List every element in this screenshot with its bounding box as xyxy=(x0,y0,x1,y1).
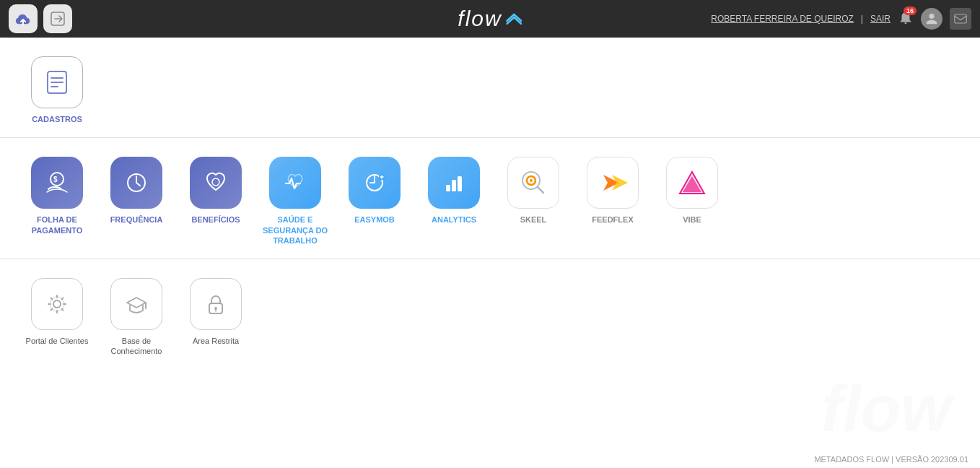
skeel-label: SKEEL xyxy=(520,214,547,225)
app-skeel[interactable]: SKEEL xyxy=(494,151,573,251)
logo-text: flow xyxy=(458,6,502,31)
app-folha[interactable]: $ FOLHA DEPAGAMENTO xyxy=(17,151,97,251)
notification-badge: 16 xyxy=(904,6,916,15)
vibe-icon xyxy=(666,157,718,209)
portal-icon xyxy=(31,278,83,330)
app-vibe[interactable]: VIBE xyxy=(652,151,732,251)
logo-arrow-icon xyxy=(507,13,522,25)
portal-label: Portal de Clientes xyxy=(26,336,89,346)
feedflex-label: FEEDFLEX xyxy=(592,214,633,225)
easymob-label: EASYMOB xyxy=(354,214,395,225)
section-main-apps: $ FOLHA DEPAGAMENTO FREQUÊNCIA xyxy=(0,138,980,259)
exit-icon-button[interactable] xyxy=(43,4,72,33)
beneficios-icon xyxy=(190,157,242,209)
analytics-label: ANALYTICS xyxy=(432,214,476,225)
app-frequencia[interactable]: FREQUÊNCIA xyxy=(97,151,176,251)
vibe-label: VIBE xyxy=(683,214,701,225)
heartbeat-icon xyxy=(281,169,309,196)
header-logo: flow xyxy=(458,6,522,31)
svg-text:$: $ xyxy=(53,176,58,183)
header-right: ROBERTA FERREIRA DE QUEIROZ | SAIR 16 xyxy=(711,8,971,30)
restrita-icon xyxy=(190,278,242,330)
schedule-icon xyxy=(361,169,388,196)
base-label: Base deConhecimento xyxy=(111,336,162,357)
person-icon xyxy=(925,12,938,25)
restrita-label: Área Restrita xyxy=(193,336,239,346)
mail-button[interactable] xyxy=(950,8,971,30)
notification-button[interactable]: 16 xyxy=(898,9,914,28)
app-base[interactable]: Base deConhecimento xyxy=(97,272,176,363)
section-portal-apps: Portal de Clientes Base deConhecimento xyxy=(0,259,980,370)
frequencia-label: FREQUÊNCIA xyxy=(110,214,163,225)
feedflex-icon xyxy=(587,157,639,209)
feedflex-arrow-icon xyxy=(598,168,628,198)
svg-rect-13 xyxy=(452,180,456,191)
watermark: flow xyxy=(821,372,951,446)
app-beneficios[interactable]: BENEFÍCIOS xyxy=(176,151,255,251)
version-text: METADADOS FLOW | VERSÃO 202309.01 xyxy=(814,455,968,464)
section-cadastros: CADASTROS xyxy=(0,38,980,137)
app-restrita[interactable]: Área Restrita xyxy=(176,272,255,363)
folha-icon: $ xyxy=(31,157,83,209)
frequencia-icon xyxy=(110,157,162,209)
skeel-icon xyxy=(507,157,559,209)
clock-icon xyxy=(123,169,150,196)
svg-point-18 xyxy=(530,179,533,182)
header-sep: | xyxy=(861,14,863,24)
svg-point-24 xyxy=(53,300,61,308)
cadastros-icon xyxy=(31,56,83,108)
app-easymob[interactable]: EASYMOB xyxy=(335,151,414,251)
header: flow ROBERTA FERREIRA DE QUEIROZ | SAIR … xyxy=(0,0,980,38)
user-name-link[interactable]: ROBERTA FERREIRA DE QUEIROZ xyxy=(711,14,854,24)
vibe-triangle-icon xyxy=(677,168,707,198)
svg-rect-14 xyxy=(458,176,462,191)
money-hand-icon: $ xyxy=(43,169,71,196)
svg-rect-1 xyxy=(955,14,967,23)
footer-text: METADADOS FLOW | VERSÃO 202309.01 xyxy=(814,455,968,464)
analytics-icon xyxy=(428,157,480,209)
cadastros-label: CADASTROS xyxy=(32,114,82,124)
header-left xyxy=(9,4,72,33)
app-feedflex[interactable]: FEEDFLEX xyxy=(573,151,652,251)
svg-point-9 xyxy=(212,178,219,186)
saude-icon xyxy=(269,157,321,209)
lock-icon xyxy=(202,290,229,318)
app-saude[interactable]: SAÚDE ESEGURANÇA DOTRABALHO xyxy=(255,151,335,251)
app-portal[interactable]: Portal de Clientes xyxy=(17,272,97,363)
gear-icon xyxy=(43,290,71,318)
document-lines-icon xyxy=(43,69,71,96)
saude-label: SAÚDE ESEGURANÇA DOTRABALHO xyxy=(263,214,328,246)
folha-label: FOLHA DEPAGAMENTO xyxy=(32,214,83,235)
beneficios-label: BENEFÍCIOS xyxy=(191,214,240,225)
bar-chart-icon xyxy=(440,169,468,196)
app-cadastros[interactable]: CADASTROS xyxy=(17,51,97,130)
sair-link[interactable]: SAIR xyxy=(870,14,891,24)
graduation-icon xyxy=(123,290,150,318)
heart-icon xyxy=(202,169,229,196)
svg-rect-12 xyxy=(446,185,450,191)
app-analytics[interactable]: ANALYTICS xyxy=(414,151,494,251)
mail-icon xyxy=(954,14,967,24)
user-avatar-button[interactable] xyxy=(921,8,942,30)
cloud-icon-button[interactable] xyxy=(9,4,38,33)
skeel-search-icon xyxy=(518,168,548,198)
svg-point-25 xyxy=(50,297,64,311)
main-content: CADASTROS $ FOLHA DEPAGAMENTO xyxy=(0,38,980,468)
svg-line-17 xyxy=(538,187,543,193)
base-icon xyxy=(110,278,162,330)
easymob-icon xyxy=(349,157,401,209)
